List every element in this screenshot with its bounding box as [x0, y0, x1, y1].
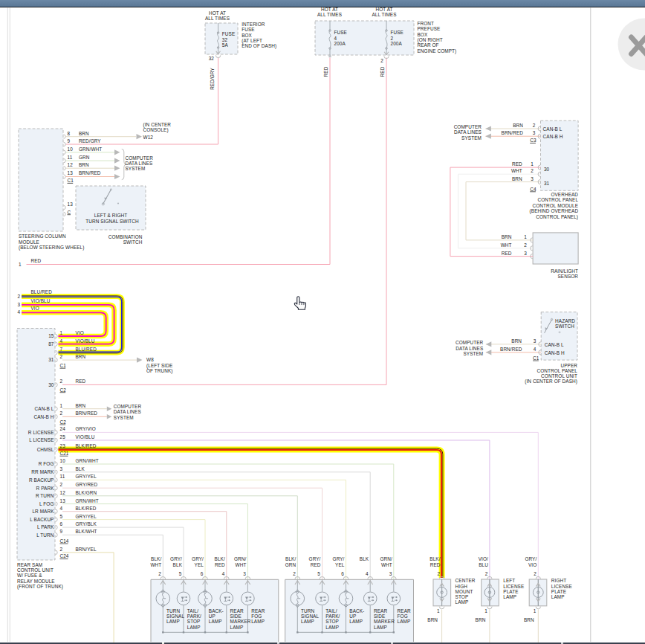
svg-text:LR MARK: LR MARK — [32, 509, 54, 514]
svg-text:TURN SIGNAL SWITCH: TURN SIGNAL SWITCH — [85, 219, 139, 224]
svg-text:RED/GRY: RED/GRY — [210, 68, 215, 90]
svg-text:CAN-B H: CAN-B H — [545, 350, 565, 355]
svg-text:SIGNAL: SIGNAL — [301, 614, 319, 619]
svg-text:BACK-: BACK- — [349, 608, 364, 614]
svg-text:RIGHT: RIGHT — [551, 578, 566, 583]
svg-text:2: 2 — [391, 36, 394, 41]
svg-text:15: 15 — [48, 333, 54, 338]
svg-text:C1: C1 — [68, 178, 74, 183]
svg-text:HOT AT: HOT AT — [321, 7, 338, 12]
svg-text:TURN: TURN — [166, 608, 180, 614]
svg-text:HAZARD: HAZARD — [555, 318, 575, 323]
svg-text:C1: C1 — [533, 355, 539, 361]
svg-text:FOG: FOG — [251, 614, 262, 619]
svg-text:PLATE: PLATE — [551, 589, 566, 594]
svg-text:SENSOR: SENSOR — [558, 274, 579, 279]
svg-text:OVERHEAD: OVERHEAD — [551, 192, 578, 197]
svg-text:BLU/RED: BLU/RED — [31, 289, 53, 294]
svg-text:VIO/BLU: VIO/BLU — [76, 338, 95, 344]
svg-text:2: 2 — [380, 58, 383, 63]
svg-text:11: 11 — [68, 155, 73, 160]
svg-text:CONTROL PANEL): CONTROL PANEL) — [536, 214, 578, 220]
svg-text:SWITCH: SWITCH — [123, 239, 143, 245]
svg-text:MARKER: MARKER — [374, 619, 395, 624]
svg-text:GRY/YEL: GRY/YEL — [76, 514, 97, 519]
svg-text:SYSTEM: SYSTEM — [126, 166, 146, 171]
svg-text:LAMP: LAMP — [456, 599, 469, 605]
svg-text:2: 2 — [158, 571, 161, 576]
svg-text:C2: C2 — [60, 387, 67, 393]
svg-text:FUSE: FUSE — [391, 30, 403, 35]
svg-text:COMPUTER: COMPUTER — [454, 124, 482, 129]
svg-text:R TURN: R TURN — [36, 493, 54, 498]
svg-text:RED: RED — [76, 379, 86, 384]
svg-text:CONTROL PANEL: CONTROL PANEL — [538, 197, 579, 202]
svg-text:C: C — [68, 210, 71, 215]
svg-text:LAMP: LAMP — [209, 619, 222, 624]
svg-text:4: 4 — [534, 347, 537, 352]
svg-text:VIO: VIO — [76, 330, 84, 335]
svg-text:DATA LINES: DATA LINES — [456, 346, 483, 351]
svg-text:BLK: BLK — [173, 562, 183, 567]
svg-text:3: 3 — [533, 130, 536, 135]
svg-text:6: 6 — [341, 571, 344, 576]
svg-text:VIO/BLU: VIO/BLU — [76, 434, 95, 439]
svg-text:LAMP: LAMP — [325, 625, 339, 630]
svg-text:STEERING COLUMN: STEERING COLUMN — [19, 234, 66, 239]
svg-text:LAMP: LAMP — [230, 625, 244, 630]
svg-text:REAR: REAR — [398, 608, 411, 614]
svg-text:BRN/RED: BRN/RED — [500, 347, 522, 352]
svg-text:VIO/: VIO/ — [479, 556, 488, 561]
svg-text:COMPUTER: COMPUTER — [126, 155, 154, 161]
svg-text:CAN-B L: CAN-B L — [35, 406, 54, 411]
svg-text:BRN: BRN — [76, 403, 86, 408]
svg-text:3: 3 — [389, 571, 392, 576]
svg-text:ALL TIMES: ALL TIMES — [317, 12, 342, 17]
svg-text:WHT: WHT — [511, 168, 522, 173]
svg-text:9: 9 — [68, 138, 71, 144]
svg-text:R FOG: R FOG — [39, 461, 54, 466]
svg-text:SIGNAL: SIGNAL — [166, 614, 184, 619]
svg-text:DATA LINES: DATA LINES — [454, 129, 482, 135]
svg-text:GRN/WHT: GRN/WHT — [76, 458, 99, 463]
svg-text:(BELOW STEERING WHEEL): (BELOW STEERING WHEEL) — [19, 245, 84, 251]
svg-text:C4: C4 — [530, 187, 537, 192]
svg-text:TAIL/: TAIL/ — [187, 608, 198, 614]
svg-text:4: 4 — [18, 309, 21, 315]
svg-text:1: 1 — [531, 161, 534, 167]
svg-text:REAR OF: REAR OF — [418, 42, 439, 48]
svg-text:YEL: YEL — [335, 562, 345, 567]
svg-text:REAR: REAR — [251, 608, 265, 614]
svg-text:FUSE: FUSE — [334, 30, 347, 35]
svg-text:RAIN/LIGHT: RAIN/LIGHT — [551, 268, 578, 274]
svg-text:L BACKUP: L BACKUP — [30, 517, 54, 522]
svg-text:GRY/YEL: GRY/YEL — [76, 474, 97, 479]
svg-text:BLK: BLK — [360, 556, 369, 561]
svg-text:LEFT & RIGHT: LEFT & RIGHT — [94, 213, 127, 218]
svg-text:BLK: BLK — [76, 466, 85, 471]
svg-text:CAN-B H: CAN-B H — [543, 134, 563, 139]
svg-text:VIO: VIO — [528, 562, 537, 567]
svg-text:8: 8 — [68, 131, 71, 136]
svg-text:VIO: VIO — [31, 306, 39, 311]
svg-text:(IN CENTER OF DASH): (IN CENTER OF DASH) — [525, 379, 577, 384]
svg-text:OF TRUNK): OF TRUNK) — [146, 368, 173, 374]
svg-text:BLU: BLU — [479, 562, 488, 567]
svg-text:2: 2 — [60, 379, 63, 384]
svg-text:RED: RED — [502, 251, 512, 256]
svg-text:COMPUTER: COMPUTER — [114, 404, 142, 409]
svg-text:2: 2 — [18, 294, 21, 299]
svg-text:VIO/BLU: VIO/BLU — [31, 298, 51, 303]
svg-text:BLK/: BLK/ — [430, 556, 440, 561]
svg-text:UP: UP — [349, 614, 356, 619]
svg-text:R PARK: R PARK — [36, 486, 55, 491]
svg-text:13: 13 — [68, 170, 74, 176]
svg-text:BRN: BRN — [79, 162, 89, 167]
svg-text:ALL TIMES: ALL TIMES — [372, 12, 396, 17]
svg-text:31: 31 — [48, 357, 54, 362]
svg-text:GRY/: GRY/ — [309, 556, 321, 561]
svg-text:LICENSE: LICENSE — [503, 584, 524, 589]
svg-text:BLK/RED: BLK/RED — [76, 443, 97, 448]
svg-text:10: 10 — [68, 146, 74, 152]
svg-text:WHT: WHT — [150, 562, 161, 567]
